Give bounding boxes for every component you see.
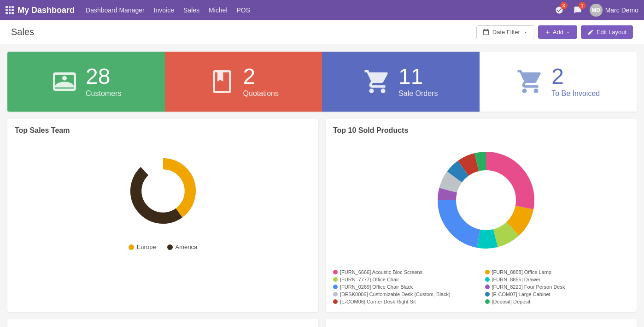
label-furn7777: [FURN_7777] Office Chair [340,277,399,282]
avatar-circle: MD [590,4,603,17]
legend-furn8220: [FURN_8220] Four Person Desk [485,284,630,290]
stat-cards: 28 Customers 2 Quotations [7,52,637,112]
dot-furn7777 [333,277,338,282]
app-logo[interactable]: My Dashboard [6,6,75,15]
user-avatar-btn[interactable]: MD Marc Demo [590,4,638,17]
messages-icon-btn[interactable]: 1 [571,4,584,17]
to-be-invoiced-stat-info: 2 To Be Invoiced [551,65,600,98]
dot-desk0006 [333,292,338,297]
quotations-number: 2 [243,65,256,88]
label-furn8220: [FURN_8220] Four Person Desk [492,284,565,290]
dot-furn8888 [485,270,490,274]
sales-team-legend: Europe America [129,244,198,250]
activity-badge: 3 [560,2,568,9]
america-dot [167,244,173,250]
cart-icon [363,68,391,95]
add-label: Add [553,29,563,36]
dot-deposit [485,299,490,304]
legend-furn6666: [FURN_6666] Acoustic Bloc Screens [333,269,478,275]
sales-team-donut-svg [122,149,205,232]
edit-layout-button[interactable]: Edit Layout [581,25,633,39]
legend-furn8888: [FURN_8888] Office Lamp [485,269,630,275]
contacts-icon [51,68,78,95]
label-furn8888: [FURN_8888] Office Lamp [492,269,551,275]
bottom-row: Top Customers Taxes Total Untaxed Amount [7,319,637,327]
dot-ecom07 [485,292,490,297]
edit-icon [587,29,594,36]
products-legend: [FURN_6666] Acoustic Bloc Screens [FURN_… [333,269,629,304]
charts-row: Top Sales Team [7,119,637,312]
quotations-stat-info: 2 Quotations [243,65,279,98]
dot-furn6666 [333,270,338,274]
label-ecom06: [E-COM06] Corner Desk Right Sit [340,299,416,304]
top-customers-card: Top Customers Taxes Total Untaxed Amount [7,319,318,327]
top-products-card: Top 10 Sold Products [326,119,637,312]
products-chart-area: [FURN_6666] Acoustic Bloc Screens [FURN_… [333,140,629,304]
invoice-cart-icon [516,68,544,95]
edit-layout-label: Edit Layout [597,29,626,36]
stat-card-customers[interactable]: 28 Customers [7,52,165,112]
sale-orders-number: 11 [398,65,423,88]
label-furn8855: [FURN_8855] Drawer [492,277,541,282]
top-sales-team-chart-area: Europe America [15,140,311,250]
date-filter-button[interactable]: Date Filter [476,25,534,39]
customers-label: Customers [86,89,121,98]
plus-icon [544,29,551,36]
menu-item-pos[interactable]: POS [237,6,251,14]
messages-badge: 1 [579,2,586,9]
legend-furn0269: [FURN_0269] Office Chair Black [333,284,478,290]
page-header: Sales Date Filter Add Edit Layout [0,20,644,44]
label-furn0269: [FURN_0269] Office Chair Black [340,284,413,290]
label-desk0006: [DESK0006] Customizable Desk (Custom, Bl… [340,291,451,297]
legend-ecom07: [E-COM07] Large Cabinet [485,291,630,297]
sales-team-donut [122,149,205,232]
grid-icon [6,6,14,14]
svg-point-15 [458,172,514,228]
user-name: Marc Demo [605,6,638,14]
top-products-title: Top 10 Sold Products [333,126,629,135]
customers-stat-info: 28 Customers [86,65,121,98]
add-button[interactable]: Add [538,25,577,39]
stat-card-to-be-invoiced[interactable]: 2 To Be Invoiced [480,52,637,112]
america-label: America [176,244,198,250]
calendar-icon [482,29,490,36]
legend-item-europe: Europe [129,244,156,250]
date-filter-label: Date Filter [492,29,520,36]
legend-furn8855: [FURN_8855] Drawer [485,277,630,282]
legend-item-america: America [167,244,198,250]
stat-card-sale-orders[interactable]: 11 Sale Orders [322,52,480,112]
page-title: Sales [11,27,34,37]
dot-ecom06 [333,299,338,304]
main-content: 28 Customers 2 Quotations [0,44,644,327]
menu-item-sales[interactable]: Sales [183,6,199,14]
topnav-menu: Dashboard Manager Invoice Sales Michel P… [86,6,553,14]
sale-orders-stat-info: 11 Sale Orders [398,65,438,98]
sale-orders-label: Sale Orders [398,89,438,98]
to-be-invoiced-label: To Be Invoiced [551,89,600,98]
products-donut [417,140,546,260]
placeholder-card [326,319,637,327]
menu-item-invoice[interactable]: Invoice [154,6,174,14]
dot-furn0269 [333,285,338,289]
products-donut-svg [417,140,555,265]
menu-item-dashboard-manager[interactable]: Dashboard Manager [86,6,145,14]
europe-dot [129,244,134,250]
label-furn6666: [FURN_6666] Acoustic Bloc Screens [340,269,422,275]
customers-number: 28 [86,65,110,88]
legend-deposit: [Deposit] Deposit [485,299,630,304]
book-icon [208,68,236,95]
chevron-down-icon [523,30,528,35]
top-sales-team-card: Top Sales Team [7,119,318,312]
dot-furn8855 [485,277,490,282]
menu-item-michel[interactable]: Michel [209,6,227,14]
europe-label: Europe [137,244,156,250]
add-chevron-icon [565,30,571,35]
app-title: My Dashboard [18,6,75,15]
stat-card-quotations[interactable]: 2 Quotations [165,52,322,112]
activity-icon-btn[interactable]: 3 [553,4,566,17]
label-ecom07: [E-COM07] Large Cabinet [492,291,550,297]
header-actions: Date Filter Add Edit Layout [476,25,633,39]
svg-point-4 [141,169,185,213]
topnav: My Dashboard Dashboard Manager Invoice S… [0,0,644,20]
quotations-label: Quotations [243,89,279,98]
